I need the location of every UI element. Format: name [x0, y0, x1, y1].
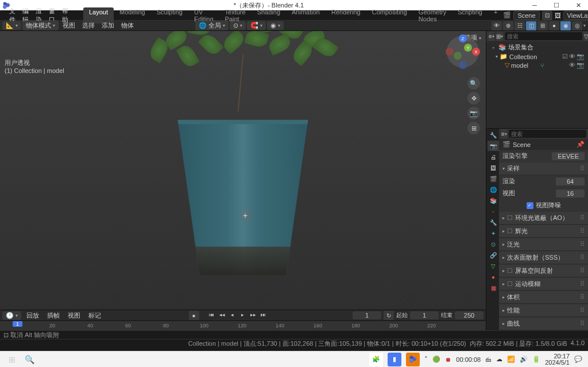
prop-tab-scene[interactable]: 🎬	[488, 173, 499, 184]
orientation-dropdown[interactable]: 🌐 全局▾	[195, 21, 229, 30]
prop-tab-modifiers[interactable]: 🔧	[488, 217, 499, 227]
render-samples-input[interactable]: 64	[556, 177, 585, 186]
current-frame-input[interactable]: 1	[353, 311, 381, 319]
tray-record-icon[interactable]: ⏺	[445, 356, 451, 363]
outliner-type-dropdown[interactable]: ≡▾	[489, 32, 494, 41]
maximize-button[interactable]: ☐	[549, 2, 564, 9]
mode-dropdown[interactable]: 物体模式▾	[22, 21, 59, 30]
play-reverse-icon[interactable]: ◂	[228, 311, 237, 319]
start-button[interactable]: ⊞	[6, 353, 18, 366]
prop-tab-object[interactable]: ▫	[488, 206, 499, 217]
start-frame-input[interactable]: 1	[410, 311, 439, 319]
clock-date[interactable]: 2024/5/1	[545, 360, 570, 366]
task-blender[interactable]: 🫐	[406, 353, 420, 366]
gizmo-icon[interactable]: ⊕	[503, 21, 513, 30]
prop-tab-constraints[interactable]: 🔗	[488, 250, 499, 260]
close-button[interactable]: ✕	[571, 2, 586, 9]
frame-options-icon[interactable]: ↻	[384, 311, 394, 320]
menu-view[interactable]: 视图	[60, 21, 78, 30]
prop-tab-collection[interactable]: 📚	[488, 195, 499, 206]
tray-volume-icon[interactable]: 🔊	[520, 356, 528, 363]
prop-tab-tool[interactable]: 🔧	[488, 130, 499, 140]
pin-icon[interactable]: 📌	[577, 141, 585, 148]
snap-dropdown[interactable]: 🧲▾	[247, 21, 266, 30]
tree-collection[interactable]: ▾📁Collection ☑👁📷	[489, 52, 586, 61]
tab-scripting[interactable]: Scripting	[452, 7, 488, 24]
scene-options-icon[interactable]: ⊡	[542, 11, 552, 20]
tab-rendering[interactable]: Rendering	[326, 7, 366, 24]
move-view-icon[interactable]: ✥	[467, 92, 480, 105]
menu-object[interactable]: 物体	[118, 21, 137, 30]
tray-battery-icon[interactable]: 🔋	[532, 356, 540, 363]
zoom-icon[interactable]: 🔍	[467, 77, 480, 90]
section-sss[interactable]: ▸次表面散射（SSS）⠿	[499, 252, 588, 264]
section-performance[interactable]: ▸性能⠿	[499, 304, 588, 317]
camera-view-icon[interactable]: 📷	[467, 107, 480, 119]
section-motionblur[interactable]: ▸☐运动模糊⠿	[499, 278, 588, 291]
section-flare[interactable]: ▸泛光⠿	[499, 238, 588, 251]
menu-select[interactable]: 选择	[79, 21, 98, 30]
proportional-dropdown[interactable]: ◉▾	[267, 21, 284, 30]
overlays-icon[interactable]: ☷	[514, 21, 525, 30]
viewport-samples-input[interactable]: 16	[556, 190, 585, 198]
next-keyframe-icon[interactable]: ▸▸	[249, 311, 258, 319]
editor-type-dropdown[interactable]: 📐▾	[2, 21, 21, 30]
timeline-playback[interactable]: 回放	[24, 311, 42, 320]
prop-tab-viewlayer[interactable]: 🖼	[488, 163, 499, 173]
axis-neg-z[interactable]	[459, 61, 467, 69]
axis-z[interactable]: Z	[459, 34, 467, 43]
tab-compositing[interactable]: Compositing	[366, 7, 413, 24]
tray-connected-icon[interactable]: 🟢	[432, 356, 440, 363]
section-sampling[interactable]: ▾采样⠿	[499, 163, 588, 175]
shading-material-icon[interactable]: ◉	[560, 21, 571, 30]
prop-tab-world[interactable]: 🌐	[488, 184, 499, 195]
timeline-keying[interactable]: 插帧	[44, 311, 63, 320]
jump-end-icon[interactable]: ⏭	[259, 311, 268, 319]
prop-tab-data[interactable]: ▽	[488, 261, 499, 271]
tray-wifi-icon[interactable]: 📶	[507, 356, 515, 363]
axis-x[interactable]: X	[472, 48, 480, 56]
notification-icon[interactable]: 💬	[574, 356, 582, 363]
section-ssr[interactable]: ▸☐屏幕空间反射⠿	[499, 265, 588, 277]
menu-add[interactable]: 添加	[99, 21, 117, 30]
timeline-view[interactable]: 视图	[65, 311, 83, 320]
tab-geonodes[interactable]: Geometry Nodes	[413, 7, 452, 24]
timeline-editor-dropdown[interactable]: 🕐▾	[2, 311, 21, 320]
section-volume[interactable]: ▸体积⠿	[499, 291, 588, 304]
tree-scene-collection[interactable]: ▫📚场景集合	[489, 43, 586, 52]
prop-tab-particles[interactable]: ✦	[488, 228, 499, 238]
shading-solid-icon[interactable]: ●	[549, 21, 559, 30]
navigation-gizmo[interactable]: Z Y X	[447, 36, 481, 70]
prop-type-dropdown[interactable]: ≡▾	[501, 129, 507, 138]
section-ao[interactable]: ▸☐环境光遮蔽（AO）⠿	[499, 212, 588, 225]
autokey-toggle[interactable]: ●	[189, 311, 199, 320]
timeline-ruler[interactable]: 1 20 40 60 80 100 120 140 160 180 200 22…	[0, 320, 486, 331]
prev-keyframe-icon[interactable]: ◂◂	[218, 311, 227, 319]
axis-neg-x[interactable]	[446, 48, 454, 56]
shading-rendered-icon[interactable]: ◎	[572, 21, 582, 30]
denoise-checkbox[interactable]: ✓	[527, 202, 533, 209]
prop-tab-render[interactable]: 📷	[488, 141, 499, 151]
outliner-display-dropdown[interactable]: ⊞▾	[496, 32, 503, 41]
tray-onedrive-icon[interactable]: ☁	[496, 356, 502, 363]
clock-time[interactable]: 20:17	[545, 353, 570, 360]
axis-neg-y[interactable]	[454, 52, 462, 60]
search-icon[interactable]: 🔍	[23, 353, 36, 366]
prop-tab-physics[interactable]: ⊙	[488, 239, 499, 249]
timeline-marker[interactable]: 标记	[86, 311, 104, 320]
outliner-search-input[interactable]	[505, 32, 582, 40]
3d-viewport[interactable]: 选项 ▾ 用户透视 (1) Collection | model Z Y X 🔍…	[0, 31, 486, 310]
minimize-button[interactable]: ─	[527, 2, 542, 9]
shading-options-dropdown[interactable]: ▾	[583, 23, 586, 28]
tray-keyboard-icon[interactable]: 🖮	[485, 356, 492, 363]
jump-start-icon[interactable]: ⏮	[207, 311, 216, 319]
xray-toggle[interactable]: ◫	[526, 21, 536, 30]
prop-tab-output[interactable]: 🖨	[488, 152, 499, 162]
task-app-1[interactable]: 🧩	[369, 353, 383, 366]
task-app-2[interactable]: ▮	[388, 353, 401, 366]
playhead[interactable]: 1	[13, 321, 22, 327]
section-curves[interactable]: ▸曲线⠿	[499, 318, 588, 330]
prop-tab-texture[interactable]: ▦	[488, 283, 499, 293]
tab-sculpting[interactable]: Sculpting	[151, 7, 188, 24]
section-bloom[interactable]: ▸☐辉光⠿	[499, 225, 588, 238]
